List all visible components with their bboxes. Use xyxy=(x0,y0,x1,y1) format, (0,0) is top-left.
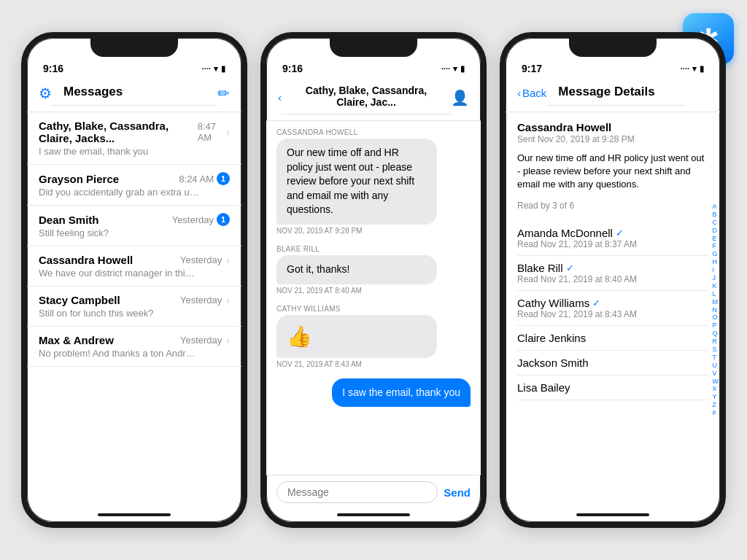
conversation-time-2: Yesterday 1 xyxy=(172,213,230,226)
signal-dots-3: ···· xyxy=(681,64,689,73)
battery-icon: ▮ xyxy=(221,64,225,74)
conversation-preview-1: Did you accidentally grab an extra unifo… xyxy=(39,187,199,198)
bubble-received-2: 👍 xyxy=(276,315,437,358)
recipient-name-4: Jackson Smith xyxy=(517,357,708,369)
recipient-2: Cathy Williams ✓ Read Nov 21, 2019 at 8:… xyxy=(517,291,708,326)
recipient-read-time-2: Read Nov 21, 2019 at 8:43 AM xyxy=(517,309,708,319)
time-phone2: 9:16 xyxy=(282,63,303,74)
chat-message-0: CASSANDRA HOWELL Our new time off and HR… xyxy=(276,128,471,235)
detail-message-text: Our new time off and HR policy just went… xyxy=(517,152,708,192)
conversation-time-5: Yesterday › xyxy=(180,335,230,346)
recipient-5: Lisa Bailey xyxy=(517,376,708,400)
recipient-3: Claire Jenkins xyxy=(517,326,708,351)
time-phone1: 9:16 xyxy=(43,63,63,74)
phone-chat-view: 9:16 ···· ▾ ▮ ‹ Cathy, Blake, Cassandra,… xyxy=(260,32,487,528)
details-title: Message Details xyxy=(546,80,685,106)
time-phone3: 9:17 xyxy=(522,63,542,74)
wifi-icon-3: ▾ xyxy=(692,64,697,74)
sender-label-0: CASSANDRA HOWELL xyxy=(276,128,471,136)
alphabet-index[interactable]: ABC DEF GHI JKL MNO PQR STU VWX YZ# xyxy=(713,203,719,417)
detail-sent-time: Sent Nov 20, 2019 at 9:28 PM xyxy=(517,134,708,144)
checkmark-0: ✓ xyxy=(616,228,624,238)
timestamp-0: NOV 20, 2019 AT 9:28 PM xyxy=(276,227,471,235)
chat-area[interactable]: CASSANDRA HOWELL Our new time off and HR… xyxy=(266,121,481,475)
chat-message-1: BLAKE RILL Got it, thanks! NOV 21, 2019 … xyxy=(276,245,471,295)
status-icons-phone1: ···· ▾ ▮ xyxy=(202,64,225,74)
conversation-item-3[interactable]: Cassandra Howell Yesterday › We have our… xyxy=(27,246,241,287)
bubble-received-1: Got it, thanks! xyxy=(276,255,437,284)
bubble-received-0: Our new time off and HR policy just went… xyxy=(276,139,437,225)
conversation-item-1[interactable]: Grayson Pierce 8:24 AM 1 Did you acciden… xyxy=(27,165,241,206)
details-content: Cassandra Howell Sent Nov 20, 2019 at 9:… xyxy=(506,112,720,509)
badge-1: 1 xyxy=(217,172,230,185)
conversation-name-0: Cathy, Blake, Cassandra, Claire, Jacks..… xyxy=(39,120,198,144)
messages-title: Messages xyxy=(52,80,217,106)
compose-icon[interactable]: ✏ xyxy=(217,85,230,102)
wifi-icon-2: ▾ xyxy=(453,64,457,74)
wifi-icon: ▾ xyxy=(214,64,218,74)
conversation-name-1: Grayson Pierce xyxy=(39,173,119,185)
recipient-name-0: Amanda McDonnell ✓ xyxy=(517,227,708,239)
recipient-1: Blake Rill ✓ Read Nov 21, 2019 at 8:40 A… xyxy=(517,256,708,291)
detail-sender: Cassandra Howell xyxy=(517,121,708,133)
timestamp-1: NOV 21, 2019 AT 8:40 AM xyxy=(276,287,471,295)
phone-messages-list: 9:16 ···· ▾ ▮ ⚙ Messages ✏ Cathy, Blake,… xyxy=(21,32,247,528)
recipient-name-1: Blake Rill ✓ xyxy=(517,262,708,274)
home-indicator-1 xyxy=(98,513,171,516)
conversation-time-3: Yesterday › xyxy=(180,254,230,266)
battery-icon-2: ▮ xyxy=(460,64,465,74)
bubble-sent-0: I saw the email, thank you xyxy=(332,378,471,408)
phone-message-details: 9:17 ···· ▾ ▮ ‹ Back Message Details Cas… xyxy=(500,32,726,528)
conversation-name-5: Max & Andrew xyxy=(39,334,114,346)
status-bar-phone2: 9:16 ···· ▾ ▮ xyxy=(266,60,481,76)
gear-icon[interactable]: ⚙ xyxy=(39,85,52,102)
chat-message-3: I saw the email, thank you NOV 21, 2019 … xyxy=(276,378,471,418)
conversation-preview-4: Still on for lunch this week? xyxy=(39,308,199,319)
conversation-item-0[interactable]: Cathy, Blake, Cassandra, Claire, Jacks..… xyxy=(27,112,241,165)
thumbs-up-emoji: 👍 xyxy=(287,325,312,348)
sender-label-1: BLAKE RILL xyxy=(276,245,471,253)
chat-message-2: CATHY WILLIAMS 👍 NOV 21, 2019 AT 8:43 AM xyxy=(276,305,471,368)
recipient-0: Amanda McDonnell ✓ Read Nov 21, 2019 at … xyxy=(517,221,708,256)
status-bar-phone3: 9:17 ···· ▾ ▮ xyxy=(506,60,720,76)
status-icons-phone3: ···· ▾ ▮ xyxy=(681,64,704,74)
checkmark-2: ✓ xyxy=(592,298,600,308)
send-button[interactable]: Send xyxy=(444,486,471,499)
battery-icon-3: ▮ xyxy=(700,64,704,74)
conversation-item-5[interactable]: Max & Andrew Yesterday › No problem! And… xyxy=(27,327,241,367)
home-indicator-3 xyxy=(576,513,649,516)
nav-bar-phone1: ⚙ Messages ✏ xyxy=(27,76,241,112)
recipient-name-5: Lisa Bailey xyxy=(517,381,708,394)
conversation-preview-2: Still feeling sick? xyxy=(39,228,199,238)
phones-container: 9:16 ···· ▾ ▮ ⚙ Messages ✏ Cathy, Blake,… xyxy=(7,18,740,542)
badge-2: 1 xyxy=(217,213,230,226)
signal-dots-2: ···· xyxy=(441,64,450,73)
conversation-name-4: Stacy Campbell xyxy=(39,294,120,306)
conversation-item-4[interactable]: Stacy Campbell Yesterday › Still on for … xyxy=(27,287,241,327)
recipient-name-2: Cathy Williams ✓ xyxy=(517,297,708,309)
conversation-time-0: 8:47 AM › xyxy=(198,121,230,143)
timestamp-3: NOV 21, 2019 AT 8:47 AM ✓✓ xyxy=(371,409,471,417)
nav-bar-phone2: ‹ Cathy, Blake, Cassandra, Claire, Jac..… xyxy=(266,76,481,121)
status-icons-phone2: ···· ▾ ▮ xyxy=(441,64,465,74)
messages-list[interactable]: Cathy, Blake, Cassandra, Claire, Jacks..… xyxy=(27,112,241,509)
conversation-preview-5: No problem! And thanks a ton Andrew, I o… xyxy=(39,348,199,359)
chat-title: Cathy, Blake, Cassandra, Claire, Jac... xyxy=(282,80,451,114)
detail-read-count: Read by 3 of 6 xyxy=(517,201,708,211)
conversation-name-2: Dean Smith xyxy=(39,214,99,226)
message-input[interactable] xyxy=(276,481,438,503)
recipient-name-3: Claire Jenkins xyxy=(517,332,708,344)
back-button-phone3[interactable]: ‹ Back xyxy=(517,87,546,99)
recipient-read-time-0: Read Nov 21, 2019 at 8:37 AM xyxy=(517,239,708,249)
conversation-preview-3: We have our district manager in this wee… xyxy=(39,268,199,279)
recipient-4: Jackson Smith xyxy=(517,351,708,376)
home-indicator-2 xyxy=(337,513,410,516)
status-bar-phone1: 9:16 ···· ▾ ▮ xyxy=(27,60,241,76)
recipient-read-time-1: Read Nov 21, 2019 at 8:40 AM xyxy=(517,274,708,284)
conversation-item-2[interactable]: Dean Smith Yesterday 1 Still feeling sic… xyxy=(27,206,241,246)
signal-dots: ···· xyxy=(202,64,211,73)
timestamp-2: NOV 21, 2019 AT 8:43 AM xyxy=(276,360,471,368)
checkmark-1: ✓ xyxy=(566,262,574,273)
group-icon[interactable]: 👤 xyxy=(451,89,469,106)
conversation-name-3: Cassandra Howell xyxy=(39,254,133,266)
